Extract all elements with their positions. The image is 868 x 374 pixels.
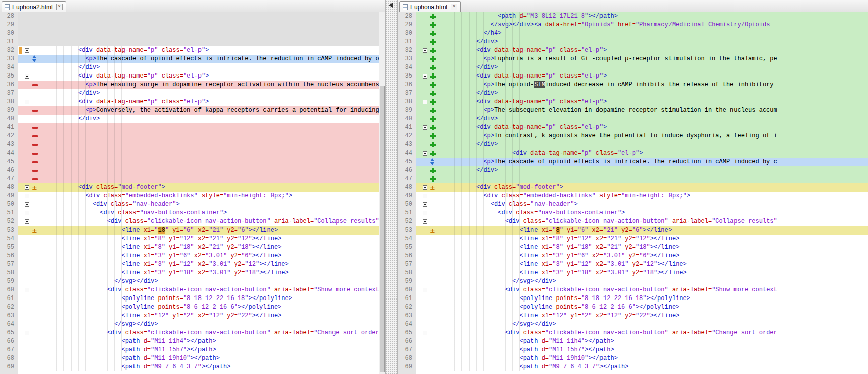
line-number[interactable]: 69 bbox=[0, 363, 18, 371]
line-number[interactable]: 66 bbox=[398, 337, 416, 346]
line-number[interactable]: 63 bbox=[398, 312, 416, 320]
line-number[interactable]: 55 bbox=[0, 243, 18, 252]
code-line[interactable]: <div class="embedded-backlinks" style="m… bbox=[39, 192, 379, 200]
line-number[interactable]: 43 bbox=[398, 140, 416, 149]
code-line[interactable]: </div> bbox=[437, 89, 868, 98]
fold-collapse-icon[interactable] bbox=[423, 48, 427, 53]
line-number[interactable]: 45 bbox=[0, 158, 18, 166]
fold-collapse-icon[interactable] bbox=[423, 185, 427, 190]
code-line[interactable]: <div data-tag-name="p" class="el-p"> bbox=[437, 72, 868, 81]
line-number[interactable]: 50 bbox=[398, 200, 416, 209]
code-line[interactable] bbox=[39, 175, 379, 183]
code-line[interactable]: <div class="nav-header"> bbox=[39, 200, 379, 209]
code-line[interactable]: <p>The subsequent elevation in dopamine … bbox=[437, 106, 868, 115]
code-line[interactable]: <polyline points="8 18 12 22 16 18"></po… bbox=[437, 294, 868, 303]
line-number[interactable]: 49 bbox=[0, 192, 18, 200]
line-number[interactable]: 36 bbox=[398, 81, 416, 89]
code-line[interactable]: <div data-tag-name="p" class="el-p"> bbox=[437, 46, 868, 55]
line-number[interactable]: 28 bbox=[0, 12, 18, 21]
line-number[interactable]: 31 bbox=[0, 38, 18, 46]
code-line[interactable]: <div class="clickable-icon nav-action-bu… bbox=[437, 217, 868, 226]
code-line[interactable] bbox=[39, 149, 379, 158]
line-number[interactable]: 32 bbox=[398, 46, 416, 55]
code-line[interactable]: <p>Euphoria is a result of Gi -coupled µ… bbox=[437, 55, 868, 63]
code-line[interactable]: <polyline points="8 18 12 22 16 18"></po… bbox=[39, 294, 379, 303]
code-line[interactable]: <line x1="3" y1="6" x2="3.01" y2="6"></l… bbox=[437, 252, 868, 260]
code-line[interactable]: <div class="clickable-icon nav-action-bu… bbox=[39, 329, 379, 337]
code-line[interactable]: </h4> bbox=[437, 29, 868, 38]
line-number[interactable]: 66 bbox=[0, 337, 18, 346]
line-number[interactable]: 49 bbox=[398, 192, 416, 200]
code-line[interactable]: </div> bbox=[39, 63, 379, 72]
code-line[interactable]: <path d="M11 11h4"></path> bbox=[437, 337, 868, 346]
fold-collapse-icon[interactable] bbox=[423, 100, 427, 104]
code-line[interactable]: <div class="clickable-icon nav-action-bu… bbox=[437, 329, 868, 337]
line-number[interactable]: 54 bbox=[0, 235, 18, 243]
line-number[interactable]: 56 bbox=[0, 252, 18, 260]
line-number[interactable]: 64 bbox=[398, 320, 416, 329]
line-number[interactable]: 29 bbox=[0, 21, 18, 29]
line-number[interactable]: 38 bbox=[398, 98, 416, 106]
code-line[interactable]: <div data-tag-name="p" class="el-p"> bbox=[437, 98, 868, 106]
code-line[interactable] bbox=[39, 21, 379, 29]
line-number[interactable]: 58 bbox=[398, 269, 416, 277]
code-line[interactable]: <path d="M11 19h10"></path> bbox=[437, 354, 868, 363]
line-number[interactable]: 62 bbox=[398, 303, 416, 312]
code-line[interactable]: <path d="M11 11h4"></path> bbox=[39, 337, 379, 346]
code-line[interactable]: <div data-tag-name="p" class="el-p"> bbox=[437, 149, 868, 158]
code-line[interactable]: <path d="M9 7 6 4 3 7"></path> bbox=[437, 363, 868, 371]
line-number[interactable]: 33 bbox=[0, 55, 18, 63]
code-line[interactable] bbox=[39, 12, 379, 21]
code-line[interactable] bbox=[39, 158, 379, 166]
code-line[interactable]: <div class="nav-buttons-container"> bbox=[39, 209, 379, 217]
code-line[interactable]: <div class="clickable-icon nav-action-bu… bbox=[437, 286, 868, 294]
code-line[interactable]: <line x1="12" y1="2" x2="12" y2="22"></l… bbox=[437, 312, 868, 320]
line-number[interactable]: 56 bbox=[398, 252, 416, 260]
line-number[interactable]: 40 bbox=[0, 115, 18, 123]
line-number[interactable]: 32 bbox=[0, 46, 18, 55]
fold-collapse-icon[interactable] bbox=[25, 219, 29, 224]
line-number[interactable]: 30 bbox=[0, 29, 18, 38]
code-line[interactable]: </svg></div><a data-href="Opioids" href=… bbox=[437, 21, 868, 29]
code-line[interactable] bbox=[39, 38, 379, 46]
line-number[interactable]: 34 bbox=[0, 63, 18, 72]
line-number[interactable]: 57 bbox=[0, 260, 18, 269]
code-line[interactable]: <div data-tag-name="p" class="el-p"> bbox=[39, 72, 379, 81]
line-number[interactable]: 29 bbox=[398, 21, 416, 29]
line-number[interactable]: 60 bbox=[398, 286, 416, 294]
line-number[interactable]: 30 bbox=[398, 29, 416, 38]
code-line[interactable]: <p>In contrast, k agonists have the pote… bbox=[437, 132, 868, 140]
code-line[interactable]: <div data-tag-name="p" class="el-p"> bbox=[39, 46, 379, 55]
code-line[interactable]: <line x1="3" y1="18" x2="3.01" y2="18"><… bbox=[39, 269, 379, 277]
code-line[interactable] bbox=[39, 132, 379, 140]
code-line[interactable]: <line x1="3" y1="12" x2="3.01" y2="12"><… bbox=[437, 260, 868, 269]
fold-collapse-icon[interactable] bbox=[25, 100, 29, 104]
fold-collapse-icon[interactable] bbox=[423, 331, 427, 335]
code-line[interactable]: <div class="clickable-icon nav-action-bu… bbox=[39, 217, 379, 226]
code-line[interactable]: <div class="mod-footer"> bbox=[39, 183, 379, 192]
line-number[interactable]: 52 bbox=[398, 217, 416, 226]
code-line[interactable]: <line x1="8" y1="12" x2="21" y2="12"></l… bbox=[39, 235, 379, 243]
line-number[interactable]: 48 bbox=[0, 183, 18, 192]
line-number[interactable]: 34 bbox=[398, 63, 416, 72]
left-vertical-scrollbar[interactable] bbox=[379, 12, 385, 374]
code-line[interactable]: </div> bbox=[39, 89, 379, 98]
fold-collapse-icon[interactable] bbox=[25, 211, 29, 215]
code-line[interactable]: <line x1="3" y1="6" x2="3.01" y2="6"></l… bbox=[39, 252, 379, 260]
code-line[interactable]: <div class="nav-header"> bbox=[437, 200, 868, 209]
code-line[interactable]: <line x1="8" y1="6" x2="21" y2="6"></lin… bbox=[437, 226, 868, 235]
fold-collapse-icon[interactable] bbox=[423, 151, 427, 156]
fold-collapse-icon[interactable] bbox=[423, 202, 427, 207]
code-line[interactable]: <p>The ensuing surge in dopamine recepto… bbox=[39, 81, 379, 89]
code-line[interactable]: <path d="M11 15h7"></path> bbox=[39, 346, 379, 354]
code-line[interactable]: <path d="M9 7 6 4 3 7"></path> bbox=[39, 363, 379, 371]
code-line[interactable]: </div> bbox=[39, 115, 379, 123]
line-number[interactable]: 58 bbox=[0, 269, 18, 277]
code-line[interactable]: </div> bbox=[437, 63, 868, 72]
code-line[interactable]: <path d="M3 8L12 17L21 8"></path> bbox=[437, 12, 868, 21]
line-number[interactable]: 62 bbox=[0, 303, 18, 312]
code-line[interactable]: <polyline points="8 6 12 2 16 6"></polyl… bbox=[437, 303, 868, 312]
line-number[interactable]: 46 bbox=[398, 166, 416, 175]
code-line[interactable]: <line x1="3" y1="12" x2="3.01" y2="12"><… bbox=[39, 260, 379, 269]
line-number[interactable]: 37 bbox=[398, 89, 416, 98]
